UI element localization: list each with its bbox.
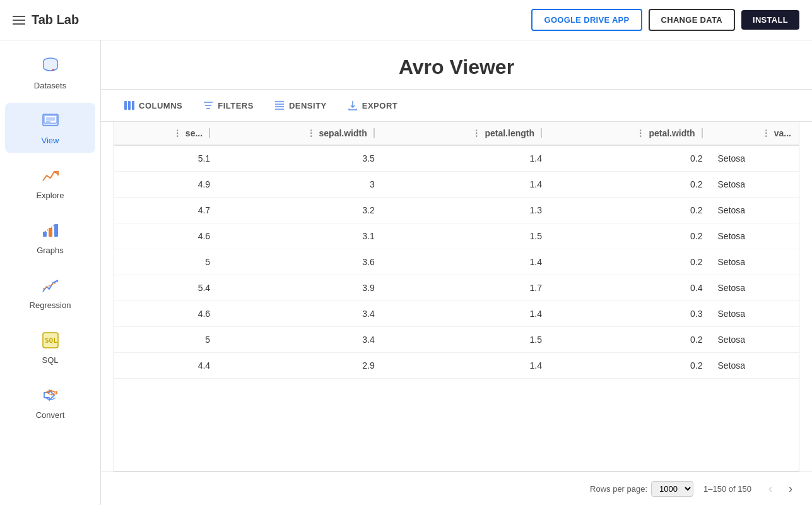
sidebar-item-label-convert: Convert bbox=[36, 410, 65, 420]
cell-variety: Setosa bbox=[710, 249, 799, 275]
table-row: 4.42.91.40.2Setosa bbox=[114, 353, 799, 379]
cell-sepal_length: 5 bbox=[114, 327, 218, 353]
svg-rect-13 bbox=[128, 101, 131, 110]
cell-petal_width: 0.2 bbox=[550, 249, 710, 275]
google-drive-button[interactable]: GOOGLE DRIVE APP bbox=[531, 9, 642, 31]
col-divider-3 bbox=[541, 128, 542, 138]
col-menu-sepal-width[interactable]: ⋮ bbox=[307, 128, 315, 138]
next-page-button[interactable]: › bbox=[782, 480, 799, 497]
table-row: 53.41.50.2Setosa bbox=[114, 327, 799, 353]
density-button[interactable]: DENSITY bbox=[264, 96, 337, 115]
cell-petal_length: 1.4 bbox=[382, 145, 550, 172]
cell-petal_width: 0.2 bbox=[550, 223, 710, 249]
cell-petal_width: 0.2 bbox=[550, 353, 710, 379]
col-header-variety[interactable]: ⋮ va... bbox=[710, 122, 799, 145]
table-row: 4.931.40.2Setosa bbox=[114, 172, 799, 198]
col-header-sepal-length[interactable]: ⋮ se... bbox=[114, 122, 218, 145]
install-button[interactable]: INSTALL bbox=[741, 10, 799, 30]
col-header-petal-width[interactable]: ⋮ petal.width bbox=[550, 122, 710, 145]
sidebar-item-convert[interactable]: Convert bbox=[5, 377, 95, 427]
header-right: GOOGLE DRIVE APP CHANGE DATA INSTALL bbox=[531, 9, 799, 31]
svg-rect-6 bbox=[43, 232, 47, 237]
sidebar-item-datasets[interactable]: Datasets bbox=[5, 48, 95, 98]
cell-petal_length: 1.5 bbox=[382, 223, 550, 249]
col-divider-1 bbox=[209, 128, 210, 138]
sidebar-item-sql[interactable]: SQL SQL bbox=[5, 323, 95, 372]
export-button[interactable]: EXPORT bbox=[337, 96, 408, 115]
density-icon bbox=[274, 100, 285, 111]
cell-variety: Setosa bbox=[710, 223, 799, 249]
rows-per-page-select[interactable]: 1000 500 250 100 bbox=[651, 481, 693, 497]
sidebar-item-graphs[interactable]: Graphs bbox=[5, 213, 95, 263]
table-row: 4.63.41.40.3Setosa bbox=[114, 301, 799, 327]
logo-text: Tab Lab bbox=[32, 13, 79, 27]
filters-button[interactable]: FILTERS bbox=[192, 96, 264, 115]
cell-sepal_width: 3.9 bbox=[218, 275, 382, 301]
main-content: Avro Viewer COLUMNS bbox=[101, 40, 812, 505]
cell-petal_length: 1.4 bbox=[382, 172, 550, 198]
col-divider-4 bbox=[702, 128, 703, 138]
cell-sepal_length: 4.6 bbox=[114, 301, 218, 327]
cell-sepal_width: 3.5 bbox=[218, 145, 382, 172]
cell-sepal_length: 4.9 bbox=[114, 172, 218, 198]
cell-petal_width: 0.3 bbox=[550, 301, 710, 327]
columns-icon bbox=[124, 100, 135, 111]
svg-rect-8 bbox=[54, 224, 58, 237]
cell-variety: Setosa bbox=[710, 301, 799, 327]
col-divider-2 bbox=[374, 128, 375, 138]
col-header-petal-length[interactable]: ⋮ petal.length bbox=[382, 122, 550, 145]
col-menu-petal-width[interactable]: ⋮ bbox=[636, 128, 645, 138]
table-row: 53.61.40.2Setosa bbox=[114, 249, 799, 275]
cell-petal_width: 0.2 bbox=[550, 145, 710, 172]
columns-button[interactable]: COLUMNS bbox=[114, 96, 192, 115]
change-data-button[interactable]: CHANGE DATA bbox=[649, 9, 735, 31]
cell-petal_width: 0.2 bbox=[550, 172, 710, 198]
view-icon bbox=[40, 110, 61, 133]
table-row: 5.13.51.40.2Setosa bbox=[114, 145, 799, 172]
datasets-icon bbox=[40, 56, 61, 78]
header-left: Tab Lab bbox=[13, 13, 79, 27]
rows-per-page: Rows per page: 1000 500 250 100 bbox=[590, 481, 693, 497]
pagination: Rows per page: 1000 500 250 100 1–150 of… bbox=[101, 472, 812, 505]
sidebar-item-regression[interactable]: Regression bbox=[5, 268, 95, 318]
sidebar-item-label-sql: SQL bbox=[42, 355, 58, 365]
cell-variety: Setosa bbox=[710, 145, 799, 172]
page-info: 1–150 of 150 bbox=[703, 484, 751, 494]
prev-page-button[interactable]: ‹ bbox=[762, 480, 779, 497]
sidebar-item-label-view: View bbox=[42, 136, 59, 145]
sql-icon: SQL bbox=[40, 330, 61, 353]
cell-petal_length: 1.4 bbox=[382, 249, 550, 275]
pagination-nav: ‹ › bbox=[762, 480, 799, 497]
cell-sepal_width: 2.9 bbox=[218, 353, 382, 379]
header: Tab Lab GOOGLE DRIVE APP CHANGE DATA INS… bbox=[0, 0, 812, 40]
sidebar-item-label-datasets: Datasets bbox=[34, 81, 66, 90]
cell-petal_length: 1.3 bbox=[382, 198, 550, 223]
col-menu-variety[interactable]: ⋮ bbox=[762, 128, 770, 138]
cell-variety: Setosa bbox=[710, 353, 799, 379]
hamburger-icon[interactable] bbox=[13, 16, 25, 25]
sidebar-item-label-graphs: Graphs bbox=[37, 246, 64, 255]
cell-sepal_length: 5.4 bbox=[114, 275, 218, 301]
col-header-sepal-width[interactable]: ⋮ sepal.width bbox=[218, 122, 382, 145]
col-menu-sepal-length[interactable]: ⋮ bbox=[173, 128, 182, 138]
col-menu-petal-length[interactable]: ⋮ bbox=[472, 128, 481, 138]
svg-rect-12 bbox=[124, 101, 127, 110]
cell-variety: Setosa bbox=[710, 275, 799, 301]
sidebar-item-label-regression: Regression bbox=[30, 300, 71, 310]
toolbar: COLUMNS FILTERS bbox=[101, 89, 812, 122]
cell-sepal_width: 3.6 bbox=[218, 249, 382, 275]
cell-variety: Setosa bbox=[710, 172, 799, 198]
cell-petal_length: 1.4 bbox=[382, 301, 550, 327]
sidebar-item-view[interactable]: View bbox=[5, 103, 95, 153]
rows-per-page-label: Rows per page: bbox=[590, 484, 647, 494]
cell-sepal_length: 5.1 bbox=[114, 145, 218, 172]
explore-icon bbox=[40, 165, 61, 188]
filters-icon bbox=[203, 100, 214, 111]
cell-sepal_length: 4.4 bbox=[114, 353, 218, 379]
cell-petal_length: 1.7 bbox=[382, 275, 550, 301]
cell-sepal_width: 3 bbox=[218, 172, 382, 198]
data-table: ⋮ se... ⋮ sepal.width bbox=[114, 122, 799, 379]
sidebar-item-explore[interactable]: Explore bbox=[5, 158, 95, 208]
convert-icon bbox=[40, 385, 61, 408]
cell-petal_length: 1.4 bbox=[382, 353, 550, 379]
